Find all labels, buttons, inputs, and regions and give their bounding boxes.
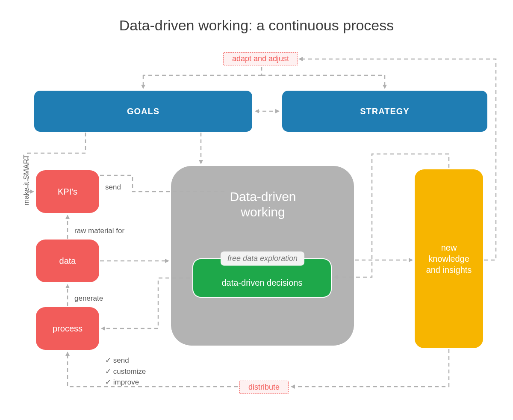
- checklist-item-send: ✓ send: [105, 355, 146, 366]
- process-box: process: [36, 307, 99, 350]
- strategy-box: STRATEGY: [282, 91, 487, 132]
- raw-material-label: raw material for: [74, 227, 124, 235]
- goals-box: GOALS: [34, 91, 252, 132]
- checklist-item-customize: ✓ customize: [105, 366, 146, 377]
- generate-label: generate: [74, 294, 103, 303]
- kpis-box: KPI's: [36, 170, 99, 213]
- free-data-exploration-pill: free data exploration: [221, 251, 304, 266]
- make-smart-label: make it SMART: [22, 154, 31, 205]
- diagram-title: Data-driven working: a continuous proces…: [0, 17, 513, 34]
- new-knowledge-box: new knowledge and insights: [415, 169, 483, 348]
- checklist: ✓ send ✓ customize ✓ improve: [105, 355, 146, 388]
- send-label: send: [105, 183, 121, 192]
- checklist-item-improve: ✓ improve: [105, 377, 146, 388]
- data-box: data: [36, 240, 99, 282]
- adapt-adjust-box: adapt and adjust: [223, 52, 298, 65]
- distribute-box: distribute: [239, 381, 289, 394]
- data-driven-working-title: Data-driven working: [214, 189, 312, 220]
